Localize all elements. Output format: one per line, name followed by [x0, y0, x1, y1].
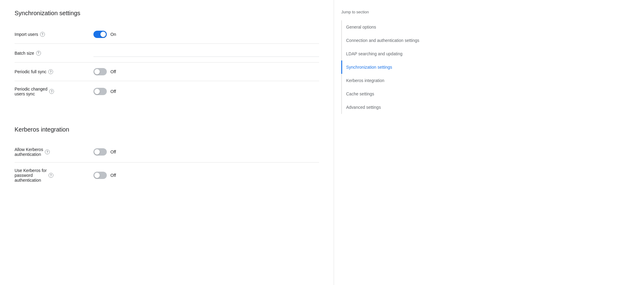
sidebar-item-advanced-settings[interactable]: Advanced settings: [341, 101, 430, 114]
use-kerberos-password-auth-toggle-container: Off: [93, 172, 116, 179]
use-kerberos-password-auth-help-icon[interactable]: ?: [49, 173, 53, 178]
allow-kerberos-auth-toggle[interactable]: [93, 148, 107, 156]
sidebar-item-connection-auth-settings[interactable]: Connection and authentication settings: [341, 34, 430, 47]
batch-size-input[interactable]: [93, 49, 319, 57]
periodic-full-sync-slider: [93, 68, 107, 75]
allow-kerberos-auth-row: Allow Kerberosauthentication ? Off: [15, 142, 319, 163]
allow-kerberos-auth-toggle-container: Off: [93, 148, 116, 156]
allow-kerberos-auth-label-line: Allow Kerberosauthentication ?: [15, 147, 81, 157]
import-users-label-text: Import users: [15, 32, 38, 37]
import-users-toggle[interactable]: [93, 31, 107, 38]
allow-kerberos-auth-help-icon[interactable]: ?: [45, 149, 50, 154]
import-users-help-icon[interactable]: ?: [40, 32, 45, 37]
periodic-changed-users-sync-state: Off: [110, 89, 116, 94]
sidebar-item-connection-auth-settings-label: Connection and authentication settings: [346, 38, 419, 43]
use-kerberos-password-auth-row: Use Kerberos forpasswordauthentication ?…: [15, 163, 319, 188]
periodic-full-sync-label: Periodic full sync ?: [15, 69, 81, 74]
allow-kerberos-auth-label: Allow Kerberosauthentication ?: [15, 147, 81, 157]
jump-to-section-title: Jump to section: [341, 10, 430, 14]
periodic-changed-users-sync-slider: [93, 88, 107, 95]
kerberos-integration-title: Kerberos integration: [15, 126, 319, 133]
section-divider-2: [15, 114, 319, 126]
use-kerberos-password-auth-toggle[interactable]: [93, 172, 107, 179]
batch-size-row: Batch size ?: [15, 44, 319, 63]
section-divider-1: [15, 102, 319, 114]
sidebar-item-cache-settings-label: Cache settings: [346, 91, 374, 96]
sidebar-item-advanced-settings-label: Advanced settings: [346, 105, 381, 110]
periodic-changed-users-sync-toggle-container: Off: [93, 88, 116, 95]
sidebar-item-cache-settings[interactable]: Cache settings: [341, 87, 430, 101]
sidebar-item-ldap-searching-label: LDAP searching and updating: [346, 51, 403, 56]
periodic-changed-users-sync-toggle[interactable]: [93, 88, 107, 95]
periodic-changed-users-sync-row: Periodic changedusers sync ? Off: [15, 81, 319, 102]
kerberos-integration-section: Kerberos integration Allow Kerberosauthe…: [15, 126, 319, 188]
sidebar-item-kerberos-integration[interactable]: Kerberos integration: [341, 74, 430, 87]
allow-kerberos-auth-state: Off: [110, 149, 116, 154]
import-users-label: Import users ?: [15, 32, 81, 37]
periodic-full-sync-help-icon[interactable]: ?: [48, 69, 53, 74]
periodic-changed-users-sync-label: Periodic changedusers sync ?: [15, 87, 81, 96]
allow-kerberos-auth-text: Allow Kerberosauthentication: [15, 147, 43, 157]
import-users-toggle-container: On: [93, 31, 116, 38]
periodic-full-sync-label-text: Periodic full sync: [15, 69, 46, 74]
import-users-row: Import users ? On: [15, 25, 319, 44]
periodic-full-sync-state: Off: [110, 69, 116, 74]
synchronization-settings-title: Synchronization settings: [15, 10, 319, 17]
periodic-full-sync-toggle[interactable]: [93, 68, 107, 75]
sidebar-item-general-options[interactable]: General options: [341, 20, 430, 34]
sidebar-item-ldap-searching[interactable]: LDAP searching and updating: [341, 47, 430, 60]
periodic-changed-users-sync-help-icon[interactable]: ?: [49, 89, 54, 94]
periodic-changed-users-sync-label-line1: Periodic changedusers sync ?: [15, 87, 81, 96]
sidebar-nav: General options Connection and authentic…: [341, 20, 430, 114]
sidebar: Jump to section General options Connecti…: [334, 0, 437, 285]
use-kerberos-password-auth-text: Use Kerberos forpasswordauthentication: [15, 168, 47, 183]
batch-size-label-text: Batch size: [15, 51, 34, 56]
use-kerberos-password-auth-slider: [93, 172, 107, 179]
use-kerberos-password-auth-label: Use Kerberos forpasswordauthentication ?: [15, 168, 81, 183]
main-content: Synchronization settings Import users ? …: [0, 0, 334, 285]
import-users-slider: [93, 31, 107, 38]
import-users-state: On: [110, 32, 116, 37]
periodic-full-sync-toggle-container: Off: [93, 68, 116, 75]
periodic-full-sync-row: Periodic full sync ? Off: [15, 63, 319, 81]
sidebar-item-kerberos-integration-label: Kerberos integration: [346, 78, 384, 83]
sidebar-item-synchronization-settings[interactable]: Synchronization settings: [341, 60, 430, 74]
synchronization-settings-section: Synchronization settings Import users ? …: [15, 10, 319, 102]
batch-size-help-icon[interactable]: ?: [36, 51, 41, 56]
sidebar-item-general-options-label: General options: [346, 25, 376, 29]
use-kerberos-password-auth-label-line: Use Kerberos forpasswordauthentication ?: [15, 168, 81, 183]
use-kerberos-password-auth-state: Off: [110, 173, 116, 178]
sidebar-item-synchronization-settings-label: Synchronization settings: [346, 65, 392, 70]
periodic-changed-users-sync-text: Periodic changedusers sync: [15, 87, 47, 96]
allow-kerberos-auth-slider: [93, 148, 107, 156]
batch-size-label: Batch size ?: [15, 51, 81, 56]
